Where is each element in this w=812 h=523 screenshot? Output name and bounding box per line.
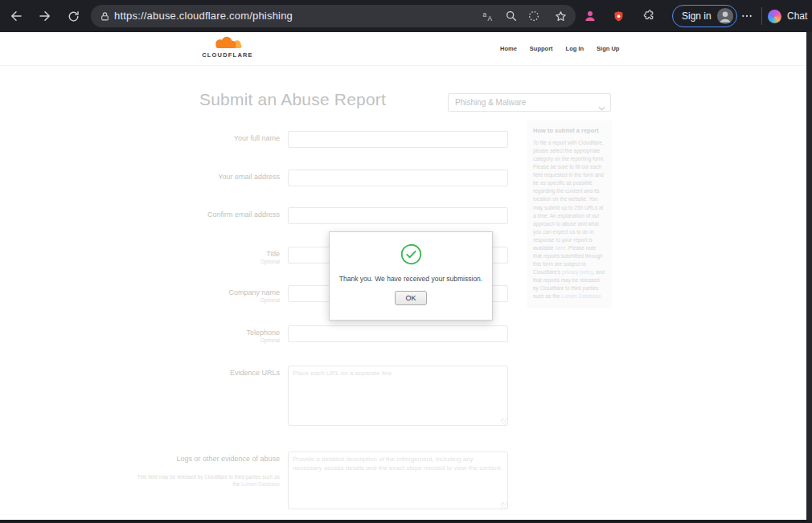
sidebar-link[interactable]: Lumen Database xyxy=(561,293,601,299)
telephone-input[interactable] xyxy=(288,325,508,342)
confirm-email-input[interactable] xyxy=(288,207,508,224)
email-input[interactable] xyxy=(288,170,508,186)
resize-grip-icon[interactable] xyxy=(501,502,507,509)
sidebar-link[interactable]: privacy policy xyxy=(562,269,593,275)
category-select[interactable]: Phishing & Malware xyxy=(448,93,611,112)
back-button[interactable] xyxy=(5,5,27,27)
svg-text:a: a xyxy=(483,11,487,18)
nav-sign-up[interactable]: Sign Up xyxy=(597,45,619,52)
lumen-database-link[interactable]: Lumen Database xyxy=(241,481,280,487)
svg-text:A: A xyxy=(488,15,493,22)
site-header: CLOUDFLARE Home Support Log In Sign Up xyxy=(0,32,806,66)
success-check-icon xyxy=(330,243,492,268)
refresh-button[interactable] xyxy=(62,5,84,27)
url-text[interactable]: https://abuse.cloudflare.com/phishing xyxy=(114,10,293,22)
logs-note: This field may be released by Cloudflare… xyxy=(135,473,280,488)
nav-support[interactable]: Support xyxy=(530,45,553,52)
category-select-value: Phishing & Malware xyxy=(455,98,526,107)
chevron-down-icon xyxy=(598,100,605,116)
site-nav: Home Support Log In Sign Up xyxy=(500,45,619,52)
confirm-email-label: Confirm email address xyxy=(135,210,280,219)
telephone-optional-label: Optional xyxy=(135,337,280,343)
ok-button[interactable]: OK xyxy=(395,291,426,305)
logo-text: CLOUDFLARE xyxy=(199,51,256,59)
side-window-edge xyxy=(806,32,812,523)
company-optional-label: Optional xyxy=(135,297,280,303)
evidence-urls-label: Evidence URLs xyxy=(135,369,280,377)
sign-in-button[interactable]: Sign in xyxy=(672,5,737,27)
page-title: Submit an Abuse Report xyxy=(199,90,386,109)
copilot-chat-icon[interactable] xyxy=(768,10,781,23)
title-label: Title xyxy=(135,250,280,258)
extensions-puzzle-icon[interactable] xyxy=(638,5,660,27)
cloudflare-logo[interactable]: CLOUDFLARE xyxy=(199,36,256,59)
full-name-label: Your full name xyxy=(135,134,280,142)
lock-icon[interactable] xyxy=(93,5,116,27)
dialog-message: Thank you. We have received your submiss… xyxy=(330,275,492,283)
forward-button[interactable] xyxy=(34,5,56,27)
window-bottom-edge xyxy=(0,520,812,523)
back-icon xyxy=(12,12,21,21)
browser-menu-button[interactable] xyxy=(736,5,758,27)
chat-window-label[interactable]: Chat xyxy=(787,10,807,22)
page-content: CLOUDFLARE Home Support Log In Sign Up S… xyxy=(0,32,806,523)
nav-home[interactable]: Home xyxy=(500,45,517,52)
evidence-urls-textarea[interactable] xyxy=(288,366,508,426)
email-label: Your email address xyxy=(135,173,280,181)
reader-icon[interactable] xyxy=(523,5,545,27)
telephone-label: Telephone xyxy=(135,329,280,337)
toolbar-divider xyxy=(761,7,762,25)
search-icon[interactable] xyxy=(500,5,523,27)
company-label: Company name xyxy=(135,288,280,296)
full-name-input[interactable] xyxy=(288,131,508,148)
nav-log-in[interactable]: Log In xyxy=(566,45,584,52)
logs-textarea[interactable] xyxy=(288,451,508,509)
sidebar-title: How to submit a report xyxy=(533,127,605,134)
translate-icon[interactable]: aA xyxy=(478,5,500,27)
resize-grip-icon[interactable] xyxy=(501,419,507,425)
how-to-sidebar: How to submit a report To file a report … xyxy=(527,121,612,308)
logs-label: Logs or other evidence of abuse xyxy=(135,455,280,463)
browser-toolbar: https://abuse.cloudflare.com/phishing aA… xyxy=(0,0,812,32)
submission-dialog: Thank you. We have received your submiss… xyxy=(329,231,493,321)
profile-extension-icon[interactable] xyxy=(579,5,601,27)
favorite-star-icon[interactable] xyxy=(549,5,572,27)
shield-extension-icon[interactable] xyxy=(607,5,630,27)
sidebar-link[interactable]: here xyxy=(555,245,565,251)
title-optional-label: Optional xyxy=(135,259,280,264)
cloudflare-cloud-icon xyxy=(209,36,246,50)
forward-icon xyxy=(40,12,49,21)
sidebar-body: To file a report with Cloudflare, please… xyxy=(533,139,605,300)
sign-in-label: Sign in xyxy=(682,10,712,22)
avatar xyxy=(716,7,734,25)
